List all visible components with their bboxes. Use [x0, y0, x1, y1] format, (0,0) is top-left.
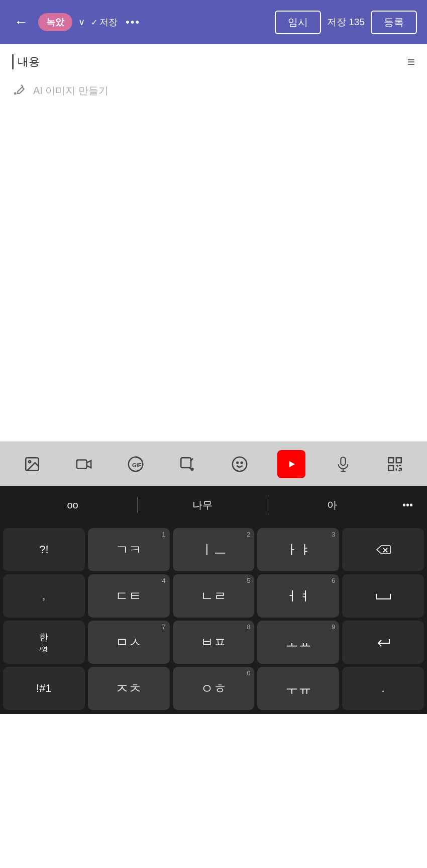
menu-icon[interactable]: ≡: [407, 54, 415, 70]
key-label: ㅇㅎ: [200, 680, 227, 698]
suggestion-more-button[interactable]: •••: [396, 495, 419, 515]
key-number: 8: [247, 623, 250, 631]
grid-icon[interactable]: +: [381, 450, 409, 478]
key-number: 3: [332, 531, 335, 538]
key-special-punctuation[interactable]: ?!: [3, 528, 85, 571]
keyboard-row-3: 한/영 7 ㅁㅅ 8 ㅂㅍ 9 ㅗㅛ: [3, 621, 424, 664]
ai-edit-icon[interactable]: [173, 450, 201, 478]
keyboard-row-2: , 4 ㄷㅌ 5 ㄴㄹ 6 ㅓㅕ: [3, 574, 424, 618]
video-icon[interactable]: [70, 450, 98, 478]
svg-rect-18: [389, 465, 394, 470]
key-label: ㅂㅍ: [200, 634, 227, 651]
space-bar[interactable]: [342, 574, 424, 618]
key-number: 5: [247, 577, 250, 584]
save-count-label: 저장 135: [327, 16, 365, 29]
key-mieum-siot[interactable]: 7 ㅁㅅ: [88, 621, 170, 664]
key-label: ?!: [39, 543, 48, 556]
keyboard-row-4: !#1 ㅈㅊ 0 ㅇㅎ ㅜㅠ .: [3, 667, 424, 710]
svg-rect-16: [389, 458, 394, 463]
ai-image-row[interactable]: AI 이미지 만들기: [12, 81, 415, 100]
content-area[interactable]: 내용 ≡ AI 이미지 만들기: [0, 44, 427, 442]
svg-rect-13: [341, 457, 345, 465]
register-button[interactable]: 등록: [371, 11, 417, 34]
key-ieung-hieut[interactable]: 0 ㅇㅎ: [173, 667, 255, 710]
key-label: ,: [42, 589, 45, 602]
key-label: ㄴㄹ: [200, 587, 227, 605]
back-button[interactable]: ←: [10, 12, 32, 32]
key-label: ㅓㅕ: [285, 587, 311, 605]
suggestion-item-3[interactable]: 아: [267, 494, 396, 516]
keyboard-row-1: ?! 1 ㄱㅋ 2 ㅣㅡ 3 ㅏㅑ: [3, 528, 424, 571]
svg-text:GIF: GIF: [132, 462, 142, 468]
key-label: ㅜㅠ: [285, 680, 311, 698]
image-icon[interactable]: [18, 450, 46, 478]
key-eo-yeo[interactable]: 6 ㅓㅕ: [257, 574, 339, 618]
key-period[interactable]: .: [342, 667, 424, 710]
chevron-down-icon[interactable]: ∨: [78, 17, 85, 28]
suggestion-item-1[interactable]: oo: [8, 495, 137, 515]
key-gieuk-kieuk[interactable]: 1 ㄱㅋ: [88, 528, 170, 571]
svg-point-0: [14, 92, 17, 95]
key-label: ㅏㅑ: [285, 541, 311, 559]
key-jieut-chieut[interactable]: ㅈㅊ: [88, 667, 170, 710]
key-label: .: [382, 682, 385, 695]
suggestion-item-2[interactable]: 나무: [138, 494, 267, 516]
save-label: 저장: [99, 16, 118, 28]
ai-brush-icon: [12, 81, 27, 100]
svg-rect-17: [396, 458, 401, 463]
key-digeut-tieut[interactable]: 4 ㄷㅌ: [88, 574, 170, 618]
svg-point-2: [29, 460, 31, 462]
gif-icon[interactable]: GIF: [122, 450, 150, 478]
mic-icon[interactable]: [329, 450, 357, 478]
youtube-icon[interactable]: [277, 450, 305, 478]
toolbar: GIF: [0, 442, 427, 486]
svg-point-9: [237, 462, 238, 463]
svg-rect-6: [181, 458, 191, 468]
svg-point-8: [232, 457, 246, 471]
return-button[interactable]: [342, 621, 424, 664]
key-label: 한/영: [39, 631, 48, 654]
content-label: 내용: [12, 54, 40, 69]
key-label: ㄷㅌ: [116, 587, 142, 605]
key-o-yo[interactable]: 9 ㅗㅛ: [257, 621, 339, 664]
key-number: 1: [162, 531, 165, 538]
key-label: ㅗㅛ: [285, 634, 311, 651]
header: ← 녹았 ∨ ✓ 저장 ••• 임시 저장 135 등록: [0, 0, 427, 44]
save-status: ✓ 저장: [91, 16, 118, 28]
key-number: 4: [162, 577, 165, 584]
key-number: 2: [247, 531, 250, 538]
emoji-icon[interactable]: [226, 450, 254, 478]
key-label: !#1: [36, 682, 52, 695]
suggestion-bar: oo 나무 아 •••: [0, 486, 427, 524]
key-label: ㄱㅋ: [116, 541, 142, 559]
key-a-ya[interactable]: 3 ㅏㅑ: [257, 528, 339, 571]
svg-text:+: +: [398, 467, 401, 472]
key-ieung-eu[interactable]: 2 ㅣㅡ: [173, 528, 255, 571]
key-u-yu[interactable]: ㅜㅠ: [257, 667, 339, 710]
svg-point-10: [241, 462, 242, 463]
key-lang-switch[interactable]: 한/영: [3, 621, 85, 664]
key-label: ㅈㅊ: [116, 680, 142, 698]
key-symbol-switch[interactable]: !#1: [3, 667, 85, 710]
key-number: 9: [332, 623, 335, 631]
temp-save-button[interactable]: 임시: [275, 11, 321, 34]
svg-point-7: [191, 468, 194, 471]
backspace-button[interactable]: [342, 528, 424, 571]
ai-label: AI 이미지 만들기: [33, 84, 109, 98]
key-number: 0: [247, 669, 250, 677]
checkmark-icon: ✓: [91, 18, 97, 27]
key-comma[interactable]: ,: [3, 574, 85, 618]
key-number: 7: [162, 623, 165, 631]
more-options-button[interactable]: •••: [126, 16, 140, 29]
key-number: 6: [332, 577, 335, 584]
key-label: ㅣㅡ: [200, 541, 227, 559]
key-nieun-rieul[interactable]: 5 ㄴㄹ: [173, 574, 255, 618]
key-label: ㅁㅅ: [116, 634, 142, 651]
status-badge[interactable]: 녹았: [38, 13, 72, 31]
keyboard: ?! 1 ㄱㅋ 2 ㅣㅡ 3 ㅏㅑ , 4 ㄷㅌ: [0, 524, 427, 714]
svg-rect-3: [77, 460, 87, 468]
key-bieup-pieup[interactable]: 8 ㅂㅍ: [173, 621, 255, 664]
